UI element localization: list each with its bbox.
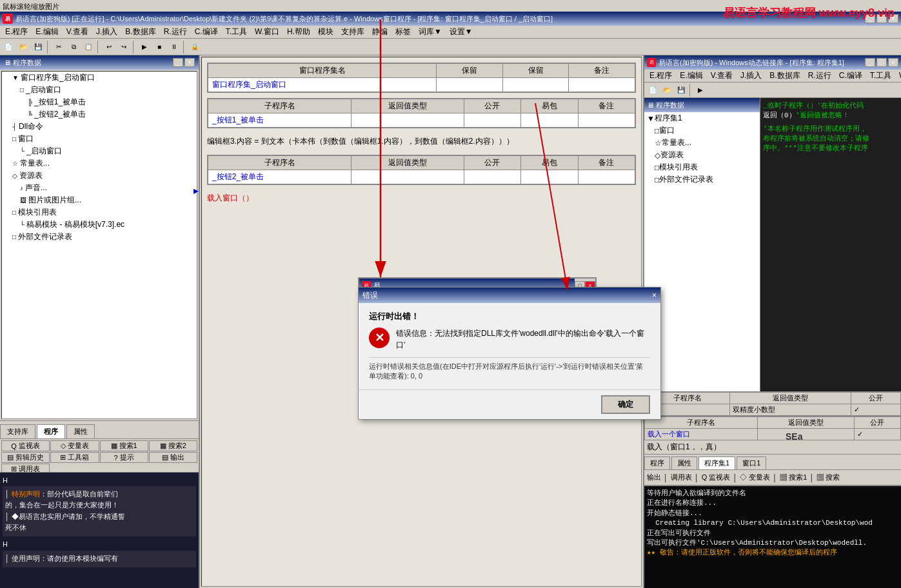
r-tab-set1[interactable]: 程序集1: [698, 456, 735, 469]
r-menu-window[interactable]: W.窗口: [895, 70, 901, 82]
btn-toolbox[interactable]: ⊞ 工具箱: [50, 452, 99, 463]
table-row[interactable]: _按钮2_被单击: [208, 170, 635, 184]
menu-compile[interactable]: C.编译: [191, 26, 222, 38]
r-tree-item[interactable]: ▼ 程序集1: [644, 112, 760, 124]
r-table-row[interactable]: 运算 双精度小数型 ✓: [645, 404, 901, 416]
menu-view[interactable]: V.查看: [63, 26, 92, 38]
r-tree-const[interactable]: ☆ 常量表...: [644, 137, 760, 149]
splitter-arrow[interactable]: ▸: [193, 184, 199, 197]
right-min-btn[interactable]: _: [865, 58, 875, 67]
menu-static[interactable]: 静编: [368, 26, 391, 38]
tree-item-startup-window[interactable]: □ _启动窗口: [2, 84, 197, 96]
r-btn-search1[interactable]: ▦ 搜索1: [780, 473, 807, 482]
tb-undo[interactable]: ↩: [102, 40, 116, 54]
tree-item-main-window[interactable]: └ _启动窗口: [2, 145, 197, 157]
table-row[interactable]: 窗口程序集_启动窗口: [208, 78, 635, 92]
r-tb-run[interactable]: ▶: [693, 83, 708, 97]
program-tree[interactable]: ▼ 窗口程序集_启动窗口 □ _启动窗口 ╠ _按钮1_被单击 ╚ _按钮2_被…: [1, 71, 197, 419]
tree-item-image[interactable]: 🖼 图片或图片组...: [2, 194, 197, 206]
r-menu-view[interactable]: V.查看: [707, 70, 737, 82]
right-tree[interactable]: 🖥 程序数据 ▼ 程序集1 □ 窗口 ☆ 常量表... ◇: [644, 98, 760, 391]
menu-edit[interactable]: E.编辑: [32, 26, 62, 38]
tree-item-btn2[interactable]: ╚ _按钮2_被单击: [2, 108, 197, 121]
r-btn-vars[interactable]: ◇ 变量表: [740, 473, 770, 482]
tb-cut[interactable]: ✂: [52, 40, 66, 54]
menu-dict[interactable]: 词库▼: [415, 26, 446, 38]
r-tree-res[interactable]: ◇ 资源表: [644, 149, 760, 161]
r-menu-insert[interactable]: J.插入: [737, 70, 766, 82]
right-max-btn[interactable]: □: [876, 58, 887, 67]
r-btn-callstack[interactable]: 调用表: [671, 473, 692, 482]
tree-item-module-file[interactable]: └ 稿易模块 - 稿易模块[v7.3].ec: [2, 219, 197, 231]
r-tb-save[interactable]: 💾: [674, 83, 688, 97]
tree-item-startup-set[interactable]: ▼ 窗口程序集_启动窗口: [2, 72, 197, 84]
tab-props[interactable]: 属性: [66, 424, 95, 438]
tb-save[interactable]: 💾: [31, 40, 45, 54]
tree-item-window[interactable]: □ 窗口: [2, 133, 197, 145]
r-menu-db[interactable]: B.数据库: [766, 70, 804, 82]
btn-output[interactable]: ▤ 输出: [149, 452, 197, 463]
btn-search1[interactable]: ▦ 搜索1: [100, 440, 148, 451]
btn-monitor[interactable]: Q 监视表: [1, 440, 50, 451]
tab-program[interactable]: 程序: [37, 424, 65, 438]
toolbox-label: 工具箱: [68, 453, 89, 462]
tb-run[interactable]: ▶: [137, 40, 152, 54]
r-th2-name: 子程序名: [645, 417, 758, 429]
menu-settings[interactable]: 设置▼: [446, 26, 477, 38]
r-tb-open[interactable]: 📂: [660, 83, 674, 97]
r-tree-ext[interactable]: □ 外部文件记录表: [644, 173, 760, 186]
tb-open[interactable]: 📂: [16, 40, 30, 54]
r-menu-compile[interactable]: C.编译: [835, 70, 866, 82]
tree-item-constants[interactable]: ☆ 常量表...: [2, 157, 197, 170]
tb-paste[interactable]: 📋: [81, 40, 95, 54]
r-menu-run[interactable]: R.运行: [804, 70, 835, 82]
r-tab-win1[interactable]: 窗口1: [737, 456, 766, 469]
tb-redo[interactable]: ↪: [117, 40, 131, 54]
btn-cliphistory[interactable]: ▤ 剪辑历史: [1, 452, 50, 463]
btn-hint[interactable]: ? 提示: [100, 452, 148, 463]
left-min-btn[interactable]: _: [173, 58, 183, 67]
r-tree-mod[interactable]: □ 模块引用表: [644, 161, 760, 173]
tb-copy[interactable]: ⧉: [66, 40, 81, 54]
tb-debug[interactable]: ⏸: [167, 40, 181, 54]
r-tab-prog[interactable]: 程序: [644, 456, 670, 469]
tree-item-resources[interactable]: ◇ 资源表: [2, 170, 197, 182]
r-tb-new[interactable]: 📄: [646, 83, 660, 97]
tree-item-sound[interactable]: ♪ 声音...: [2, 182, 197, 194]
menu-db[interactable]: B.数据库: [121, 26, 159, 38]
btn-variables[interactable]: ◇ 变量表: [50, 440, 99, 451]
r-btn-search2[interactable]: ▦ 搜索: [817, 473, 840, 482]
tab-support[interactable]: 支持库: [0, 424, 35, 438]
tb-stop[interactable]: ■: [152, 40, 166, 54]
menu-window[interactable]: W.窗口: [251, 26, 283, 38]
tree-item-modules[interactable]: □ 模块引用表: [2, 206, 197, 219]
table-row[interactable]: _按钮1_被单击: [208, 113, 635, 128]
r-table-row2[interactable]: 载入一个窗口 ✓: [645, 429, 901, 440]
menu-tools[interactable]: T.工具: [222, 26, 251, 38]
tree-item-extern[interactable]: □ 外部文件记录表: [2, 231, 197, 243]
btn-search2[interactable]: ▦ 搜索2: [149, 440, 197, 451]
menu-insert[interactable]: J.插入: [92, 26, 121, 38]
r-btn-output[interactable]: 输出: [647, 473, 661, 482]
menu-help[interactable]: H.帮助: [283, 26, 314, 38]
tree-item-dll[interactable]: ┤ Dll命令: [2, 121, 197, 133]
clip-label: 剪辑历史: [15, 453, 44, 462]
r-menu-prog[interactable]: E.程序: [646, 70, 676, 82]
menu-support[interactable]: 支持库: [337, 26, 368, 38]
left-max-btn[interactable]: ×: [184, 58, 195, 67]
right-close-btn[interactable]: ×: [888, 58, 898, 67]
r-tree-window[interactable]: □ 窗口: [644, 124, 760, 137]
tree-item-btn1[interactable]: ╠ _按钮1_被单击: [2, 96, 197, 108]
r-tab-props[interactable]: 属性: [671, 456, 697, 469]
r-menu-edit[interactable]: E.编辑: [676, 70, 706, 82]
tb-lock[interactable]: 🔒: [188, 40, 202, 54]
menu-tag[interactable]: 标签: [391, 26, 415, 38]
menu-program[interactable]: E.程序: [1, 26, 32, 38]
r-btn-monitor[interactable]: Q 监视表: [702, 473, 731, 482]
error-close-btn[interactable]: ×: [652, 291, 657, 300]
r-menu-tools[interactable]: T.工具: [866, 70, 895, 82]
menu-module[interactable]: 模块: [314, 26, 337, 38]
ok-button[interactable]: 确定: [601, 395, 650, 414]
tb-new[interactable]: 📄: [1, 40, 15, 54]
menu-run[interactable]: R.运行: [160, 26, 191, 38]
